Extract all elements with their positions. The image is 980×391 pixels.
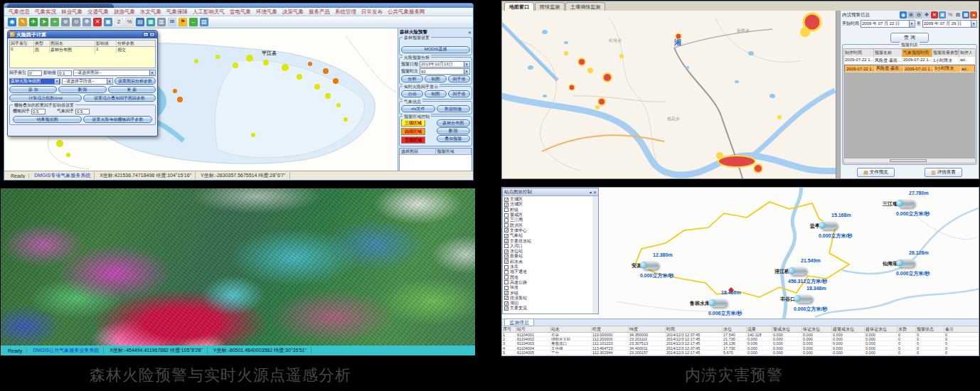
zoom-in-icon[interactable]: ⊕ <box>61 18 70 26</box>
remote-sensing-image[interactable] <box>1 188 475 346</box>
pan-hand-icon[interactable]: ✥ <box>82 18 91 26</box>
table-row[interactable]: 2009-07-22 1...风险度-暴雨...2009-07-22 1...1… <box>844 57 975 65</box>
warn-time-select[interactable]: 60▾ <box>420 68 470 75</box>
modis-button[interactable]: MODIS遥感 <box>401 46 470 53</box>
factor-value-button[interactable]: 因子值 <box>448 90 470 97</box>
layer-checkbox[interactable] <box>504 218 508 223</box>
station-marker[interactable]: 盐亭15.168m0.000立方米/秒 <box>820 221 837 230</box>
result-preview-button[interactable]: 结果预览图 <box>13 116 82 123</box>
weather-factor-input[interactable]: 0.5 <box>75 109 90 114</box>
layer-checkbox[interactable]: ✓ <box>504 239 508 243</box>
measure-icon[interactable]: ✎ <box>18 18 27 26</box>
globe-icon[interactable]: ◉ <box>900 11 907 18</box>
flood-map-view[interactable]: 湘 桃花乡松垭乡新桥乡 <box>502 11 836 178</box>
chevron-down-icon[interactable]: ▾ <box>971 21 976 27</box>
layer-checkbox[interactable]: ✓ <box>504 301 508 306</box>
station-marker[interactable]: 三江堰27.780m0.000立方米/秒 <box>898 199 915 208</box>
collapse-icon[interactable]: ▾ <box>590 190 592 195</box>
tab-monitor-info[interactable]: 监测信息 <box>504 318 534 326</box>
station-marker[interactable]: 安县12.380m0.000立方米/秒 <box>641 261 659 269</box>
forest-map-button[interactable]: 森林分布图 <box>437 119 471 127</box>
zoom-percent-icon[interactable]: % <box>947 11 954 18</box>
stop-icon[interactable]: ● <box>970 11 977 18</box>
tab-1[interactable]: 雨情监测 <box>535 2 565 11</box>
impact-input[interactable]: 0.1 <box>58 70 72 76</box>
layer-checkbox[interactable] <box>504 223 508 227</box>
delete-button[interactable]: 删 除 <box>437 127 471 134</box>
layer-checkbox[interactable] <box>504 208 508 212</box>
scrollbar-thumb[interactable] <box>890 159 927 162</box>
layer-checkbox[interactable]: ✓ <box>504 234 508 238</box>
tab-2[interactable]: 土壤墒情监测 <box>565 2 605 11</box>
overlay-warning-button[interactable]: 叠加预警 <box>437 135 471 142</box>
menu-item[interactable]: 公共气象服务网 <box>388 9 425 16</box>
detail-view-button[interactable]: ▥详情查看 <box>925 168 962 177</box>
layers-icon[interactable]: ▦ <box>962 11 969 18</box>
mapping-button[interactable]: 制图 <box>425 75 447 82</box>
update-button[interactable]: 更 新 <box>108 86 156 93</box>
menu-item[interactable]: 人工影响天气 <box>193 9 225 16</box>
table-row[interactable]: 2009-07-22 1...风险度-暴雨...2009-07-22 1...3… <box>844 65 975 73</box>
table-row[interactable]: 0面森林分布图1相交 <box>10 47 155 53</box>
layer-checkbox[interactable] <box>504 270 508 274</box>
tab-0[interactable]: 地图窗口 <box>504 2 534 11</box>
factor-value-button[interactable]: 因子值 <box>448 75 470 82</box>
zoom-out-icon[interactable]: ⊖ <box>915 11 922 18</box>
mapping-button[interactable]: 制图 <box>425 90 447 97</box>
chevron-down-icon[interactable]: ▾ <box>54 79 59 84</box>
station-marker[interactable]: 仙海湖26.126m0.000立方米/秒 <box>898 259 915 267</box>
xls-file-button[interactable]: xls文件 <box>401 105 435 112</box>
layer-checkbox[interactable]: ✓ <box>504 259 508 264</box>
layer-checkbox[interactable]: ✓ <box>504 203 508 207</box>
station-marker[interactable]: 涪江桥21.549m456.312立方米/秒 <box>789 267 806 275</box>
map-window-icon[interactable]: ▣ <box>104 18 112 26</box>
layer-checkbox[interactable]: ✓ <box>504 250 508 254</box>
back-arrow-icon[interactable]: ← <box>189 18 198 26</box>
layer-checkbox[interactable] <box>504 280 508 284</box>
overlay-params-button[interactable]: 设置综合叠加因子图层参数 <box>83 95 156 102</box>
layer-checkbox[interactable] <box>504 244 508 248</box>
menu-item[interactable]: 系统管理 <box>335 9 356 16</box>
layer-checkbox[interactable] <box>504 286 508 290</box>
flyto-icon[interactable]: ✈ <box>29 18 38 26</box>
station-marker[interactable]: 鲁班水库18.460m0.006立方米/秒 <box>710 299 727 307</box>
menu-item[interactable]: 林业气象 <box>61 9 82 16</box>
menu-item[interactable]: 决策气象 <box>282 9 304 16</box>
dialog-titlebar[interactable]: 火险因子计算 – ✕ <box>8 31 157 38</box>
menu-item[interactable]: 服务产品 <box>309 9 330 16</box>
add-button[interactable]: 添 加 <box>9 86 57 93</box>
layer-checkbox[interactable]: ✓ <box>504 291 508 295</box>
menu-item[interactable]: 水文气象 <box>140 9 161 16</box>
station-map-view[interactable]: 三江堰27.780m0.000立方米/秒盐亭15.168m0.000立方米/秒仙… <box>502 188 979 318</box>
chart-icon[interactable]: ▧ <box>200 18 208 26</box>
close-red-icon[interactable]: ✕ <box>93 18 102 26</box>
layer-checkbox[interactable] <box>504 213 508 218</box>
close-icon[interactable]: ✕ <box>593 190 597 195</box>
layer-select[interactable]: --请选择图层--▾ <box>73 70 156 76</box>
fire-app-titlebar[interactable] <box>4 4 473 8</box>
layer-checkbox[interactable]: ✓ <box>504 296 508 300</box>
layer-list-body[interactable] <box>400 155 472 171</box>
set-layer-params-button[interactable]: 设置图层分析参数 <box>114 77 156 85</box>
data-check-button[interactable]: 数据校验 <box>437 105 471 112</box>
menu-item[interactable]: 交通气象 <box>87 9 109 16</box>
doc-2-icon[interactable]: 2 <box>114 18 123 26</box>
menu-item[interactable]: 气象保障 <box>166 9 188 16</box>
pan-hand-icon[interactable]: ✥ <box>923 11 930 18</box>
close-icon[interactable]: ✕ <box>149 32 155 37</box>
zoom-percent-icon[interactable]: % <box>125 18 134 26</box>
chevron-down-icon[interactable]: ▾ <box>149 70 154 75</box>
analyze-button[interactable]: 分析 <box>401 75 423 82</box>
grid-factor-input[interactable]: 0.5 <box>31 109 46 114</box>
menu-item[interactable]: 旅游气象 <box>114 9 135 16</box>
close-red-icon[interactable]: ✕ <box>931 11 938 18</box>
file-preview-button[interactable]: ▤文件预览 <box>857 168 895 177</box>
chevron-down-icon[interactable]: ▾ <box>464 62 469 67</box>
chevron-down-icon[interactable]: ▾ <box>107 79 112 84</box>
factor-index-input[interactable]: 0 <box>28 70 42 76</box>
pushpin-icon[interactable]: ⚑ <box>179 18 187 26</box>
layers-icon[interactable]: ▤ <box>136 18 144 26</box>
menu-item[interactable]: 气象实况 <box>35 9 56 16</box>
layer-checkbox[interactable]: ✓ <box>504 306 508 311</box>
minimize-icon[interactable]: – <box>143 32 149 37</box>
